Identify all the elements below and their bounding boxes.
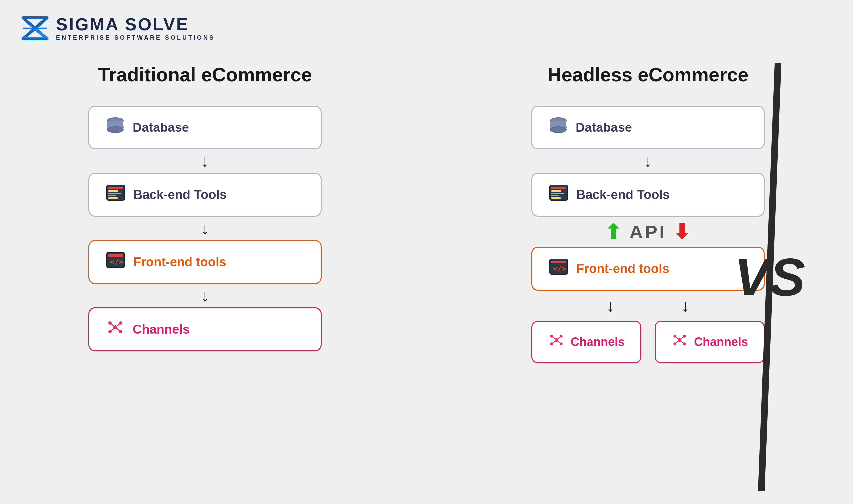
main-content: Traditional eCommerce Database <box>0 50 853 504</box>
api-row: ⬆ API ⬇ <box>605 220 691 244</box>
backend-icon-left <box>106 184 125 205</box>
database-icon-left <box>106 117 125 138</box>
right-title: Headless eCommerce <box>548 63 749 86</box>
svg-text:</>: </> <box>110 258 123 266</box>
logo-text: SIGMA SOLVE ENTERPRISE SOFTWARE SOLUTION… <box>56 16 215 41</box>
right-database-label: Database <box>576 121 632 135</box>
svg-line-57 <box>675 336 680 340</box>
right-channels-1-card: Channels <box>532 321 641 363</box>
svg-rect-17 <box>108 254 123 257</box>
left-frontend-card: </> Front-end tools <box>88 240 321 284</box>
channels-icon-left <box>106 319 125 340</box>
split-arrows: ↓ ↓ <box>606 294 690 317</box>
frontend-icon-right: </> <box>549 258 569 279</box>
channels-icon-right-2 <box>672 332 688 352</box>
logo-main-text: SIGMA SOLVE <box>56 16 215 33</box>
logo-sub-text: ENTERPRISE SOFTWARE SOLUTIONS <box>56 34 215 41</box>
left-backend-card: Back-end Tools <box>88 173 321 217</box>
left-side: Traditional eCommerce Database <box>33 63 377 351</box>
arrow-3-left: ↓ <box>201 287 209 304</box>
arrow-split-right: ↓ <box>681 297 690 314</box>
svg-line-25 <box>115 323 121 327</box>
svg-point-33 <box>551 127 567 133</box>
vs-divider: VS <box>720 63 820 491</box>
svg-line-58 <box>680 336 684 340</box>
svg-rect-11 <box>108 187 123 190</box>
svg-rect-13 <box>108 193 121 194</box>
left-database-label: Database <box>133 121 189 135</box>
svg-line-49 <box>556 336 561 340</box>
channels-icon-right-1 <box>548 332 565 352</box>
svg-text:</>: </> <box>553 264 567 273</box>
database-icon-right <box>549 117 568 138</box>
svg-rect-37 <box>552 193 564 194</box>
arrow-2-left: ↓ <box>201 220 209 237</box>
header: SIGMA SOLVE ENTERPRISE SOFTWARE SOLUTION… <box>0 0 853 50</box>
left-channels-label: Channels <box>133 322 190 337</box>
svg-line-60 <box>680 340 684 344</box>
left-title: Traditional eCommerce <box>98 63 312 86</box>
sigma-logo-icon <box>20 13 50 43</box>
svg-rect-38 <box>552 195 559 196</box>
svg-point-9 <box>107 127 123 133</box>
right-backend-label: Back-end Tools <box>576 188 670 202</box>
arrow-1-left: ↓ <box>201 153 209 169</box>
svg-line-24 <box>110 323 115 327</box>
backend-icon-right <box>549 184 569 205</box>
svg-line-51 <box>556 340 561 344</box>
arrow-split-left: ↓ <box>606 297 615 314</box>
right-frontend-label: Front-end tools <box>576 262 669 276</box>
svg-rect-35 <box>552 187 566 190</box>
svg-line-48 <box>552 336 556 340</box>
page-wrapper: SIGMA SOLVE ENTERPRISE SOFTWARE SOLUTION… <box>0 0 853 504</box>
left-frontend-label: Front-end tools <box>133 255 226 269</box>
svg-line-27 <box>115 327 121 331</box>
right-channels-1-label: Channels <box>571 335 625 349</box>
api-arrow-up-icon: ⬆ <box>605 220 623 244</box>
svg-line-26 <box>110 327 115 331</box>
svg-rect-41 <box>552 260 566 263</box>
frontend-icon-left: </> <box>106 252 125 272</box>
svg-rect-15 <box>108 197 118 199</box>
svg-rect-36 <box>552 191 561 192</box>
left-flow: Database ↓ <box>88 106 321 351</box>
arrow-1-right: ↓ <box>644 153 652 169</box>
svg-rect-14 <box>108 195 116 196</box>
left-database-card: Database <box>88 106 321 149</box>
svg-rect-39 <box>552 197 561 199</box>
api-arrow-down-icon: ⬇ <box>674 220 691 244</box>
logo-container: SIGMA SOLVE ENTERPRISE SOFTWARE SOLUTION… <box>20 13 215 43</box>
svg-line-50 <box>552 340 556 344</box>
vs-text: VS <box>734 250 805 304</box>
api-label-text: API <box>629 221 666 243</box>
left-backend-label: Back-end Tools <box>133 188 227 202</box>
svg-line-59 <box>675 340 680 344</box>
svg-rect-12 <box>108 191 118 192</box>
left-channels-card: Channels <box>88 307 321 351</box>
